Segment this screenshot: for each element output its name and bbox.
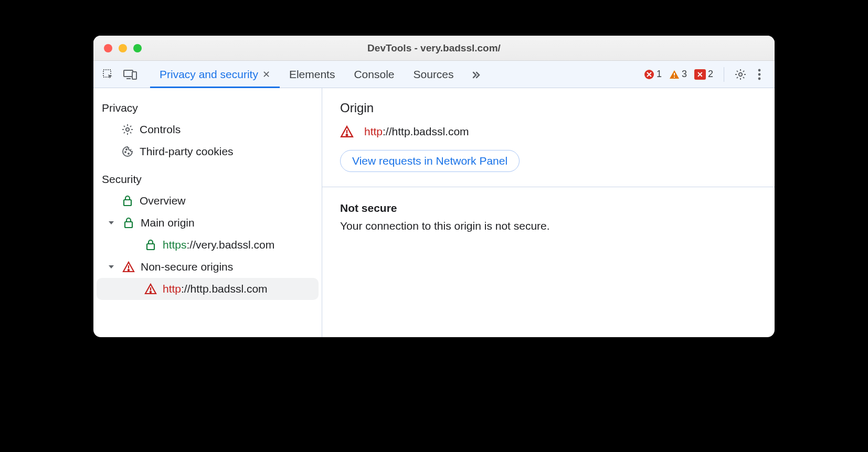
tab-label: Elements — [289, 68, 335, 81]
device-toolbar-icon[interactable] — [123, 67, 137, 82]
issues-count: 2 — [708, 69, 713, 80]
tab-label: Console — [354, 68, 394, 81]
origin-url-row: http://http.badssl.com — [340, 125, 757, 138]
tab-label: Privacy and security — [160, 68, 258, 81]
sidebar-item-main-origin[interactable]: Main origin — [93, 212, 322, 234]
more-options-button[interactable] — [751, 67, 767, 82]
tab-privacy-and-security[interactable]: Privacy and security ✕ — [150, 61, 280, 88]
svg-point-12 — [125, 152, 126, 153]
window-title: DevTools - very.badssl.com/ — [93, 42, 775, 54]
content-area: Privacy Controls Third-party cookies Sec… — [93, 88, 775, 337]
error-count-badge[interactable]: 1 — [642, 69, 664, 80]
tab-sources[interactable]: Sources — [404, 61, 463, 88]
lock-icon — [144, 238, 157, 252]
close-icon[interactable]: ✕ — [262, 69, 270, 80]
devtools-window: DevTools - very.badssl.com/ Privacy and — [93, 36, 775, 337]
settings-button[interactable] — [733, 67, 748, 82]
privacy-section-header: Privacy — [93, 96, 322, 119]
toolbar-left — [101, 61, 137, 88]
panel-tabs: Privacy and security ✕ Elements Console … — [150, 61, 489, 88]
view-requests-button[interactable]: View requests in Network Panel — [340, 150, 520, 172]
svg-point-7 — [739, 72, 742, 76]
status-description: Your connection to this origin is not se… — [340, 220, 757, 232]
chevron-down-icon — [108, 263, 115, 271]
sidebar-item-nonsecure-url[interactable]: http://http.badssl.com — [97, 278, 319, 300]
tab-console[interactable]: Console — [344, 61, 404, 88]
sidebar-item-controls[interactable]: Controls — [93, 119, 322, 141]
svg-point-8 — [758, 69, 761, 71]
svg-rect-17 — [147, 244, 154, 250]
error-icon — [644, 69, 654, 80]
origin-url: https://very.badssl.com — [163, 239, 274, 251]
issues-icon: ✕ — [694, 69, 706, 80]
toolbar-divider — [724, 67, 724, 82]
devtools-toolbar: Privacy and security ✕ Elements Console … — [93, 61, 775, 88]
gear-icon — [121, 123, 134, 136]
svg-point-13 — [128, 153, 129, 154]
error-count: 1 — [657, 69, 662, 80]
url-rest: ://http.badssl.com — [181, 283, 268, 295]
window-controls — [93, 44, 142, 52]
toolbar-right: 1 3 ✕ 2 — [642, 61, 770, 88]
url-scheme: http — [364, 125, 383, 137]
svg-rect-6 — [674, 77, 675, 78]
svg-rect-3 — [132, 72, 136, 79]
svg-rect-16 — [125, 222, 132, 228]
sidebar-item-main-origin-url[interactable]: https://very.badssl.com — [93, 234, 322, 256]
warning-triangle-icon — [144, 282, 157, 296]
svg-point-11 — [126, 128, 129, 131]
security-sidebar: Privacy Controls Third-party cookies Sec… — [93, 88, 322, 337]
close-window-button[interactable] — [104, 44, 112, 52]
tab-elements[interactable]: Elements — [280, 61, 345, 88]
sidebar-item-label: Overview — [140, 195, 186, 207]
security-section-header: Security — [93, 163, 322, 190]
issues-count-badge[interactable]: ✕ 2 — [692, 69, 715, 80]
minimize-window-button[interactable] — [119, 44, 127, 52]
lock-icon — [121, 194, 134, 208]
sidebar-item-label: Third-party cookies — [140, 145, 234, 158]
cookie-icon — [121, 145, 134, 158]
lock-icon — [122, 216, 135, 230]
sidebar-item-label: Main origin — [141, 217, 195, 229]
svg-rect-5 — [674, 73, 675, 76]
origin-section: Origin http://http.badssl.com View reque… — [322, 88, 775, 187]
origin-heading: Origin — [340, 101, 757, 115]
url-rest: ://very.badssl.com — [187, 239, 275, 251]
titlebar: DevTools - very.badssl.com/ — [93, 36, 775, 61]
sidebar-item-label: Non-secure origins — [141, 261, 233, 273]
warning-icon — [669, 69, 680, 80]
chevron-down-icon — [108, 219, 115, 227]
warning-count-badge[interactable]: 3 — [667, 69, 689, 80]
svg-point-21 — [150, 292, 151, 293]
url-scheme: http — [163, 283, 181, 295]
svg-point-9 — [758, 73, 761, 76]
sidebar-item-overview[interactable]: Overview — [93, 190, 322, 212]
more-tabs-button[interactable] — [463, 61, 489, 88]
inspect-element-icon[interactable] — [101, 67, 115, 82]
warning-count: 3 — [682, 69, 687, 80]
sidebar-item-third-party-cookies[interactable]: Third-party cookies — [93, 141, 322, 163]
origin-url: http://http.badssl.com — [163, 283, 268, 295]
status-title: Not secure — [340, 202, 757, 214]
svg-point-19 — [128, 270, 129, 271]
url-scheme: https — [163, 239, 187, 251]
sidebar-item-nonsecure-origins[interactable]: Non-secure origins — [93, 256, 322, 278]
svg-point-23 — [346, 134, 348, 136]
status-section: Not secure Your connection to this origi… — [322, 187, 775, 247]
svg-point-14 — [126, 149, 127, 150]
warning-triangle-icon — [340, 125, 354, 138]
main-panel: Origin http://http.badssl.com View reque… — [322, 88, 775, 337]
warning-triangle-icon — [122, 260, 135, 274]
url-rest: ://http.badssl.com — [383, 125, 469, 137]
origin-url: http://http.badssl.com — [364, 125, 469, 138]
tab-label: Sources — [414, 68, 454, 81]
svg-rect-15 — [124, 200, 131, 206]
svg-point-10 — [758, 77, 761, 80]
sidebar-item-label: Controls — [140, 123, 181, 136]
maximize-window-button[interactable] — [133, 44, 142, 52]
svg-rect-1 — [124, 70, 133, 77]
